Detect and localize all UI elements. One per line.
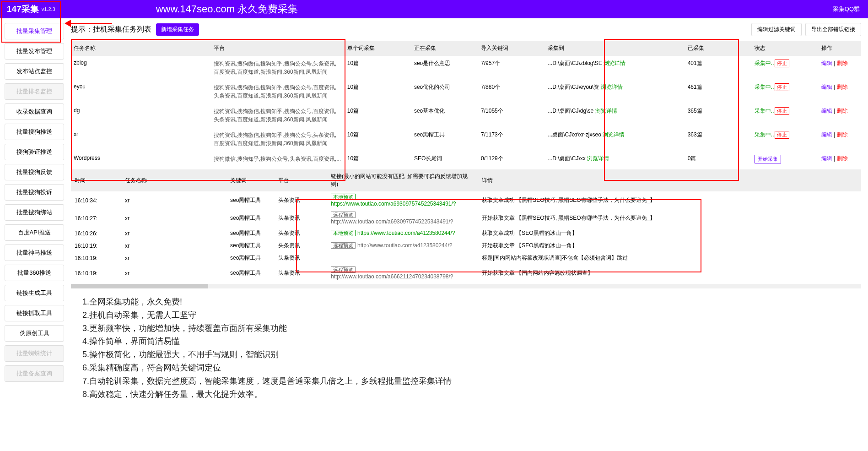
sidebar-item[interactable]: 链接生成工具 [5, 285, 64, 301]
cell-name: eyou [71, 80, 211, 103]
sidebar-item[interactable]: 批量神马推送 [5, 245, 64, 261]
cell-collected: 363篇 [685, 127, 752, 151]
status-running: 采集中.. [755, 84, 774, 90]
log-keyword: seo黑帽工具 [226, 264, 275, 282]
edit-link[interactable]: 编辑 [821, 155, 832, 162]
cell-dest: ...D:\桌面\CJ\xx 浏览详情 [545, 151, 685, 167]
sidebar-item[interactable]: 批量搜狗绑站 [5, 204, 64, 221]
log-url[interactable]: https://www.toutiao.com/a4123580244/? [357, 230, 455, 236]
cell-collected: 461篇 [685, 80, 752, 103]
stop-button[interactable]: 停止 [775, 131, 789, 139]
log-detail: 开始获取文章 【SEO黑帽的冰山一角】 [478, 239, 861, 252]
log-detail: 获取文章成功 【黑帽SEO技巧, 黑帽SEO有哪些手法，为什么要避免_】 [478, 191, 861, 209]
sidebar-item[interactable]: 批量采集管理 [5, 23, 64, 39]
sidebar-item[interactable]: 收录数据查询 [5, 103, 64, 120]
cell-platform: 搜狗资讯,搜狗微信,搜狗知乎,搜狗公众号,头条资讯,百度资讯,百度知道,新浪新闻… [211, 56, 345, 80]
log-detail: 开始获取文章 【黑帽SEO技巧, 黑帽SEO有哪些手法，为什么要避免_】 [478, 209, 861, 227]
app-logo: 147采集 [7, 3, 39, 15]
log-scrollbar[interactable] [71, 284, 861, 288]
cell-action: 编辑 | 删除 [819, 151, 861, 167]
delete-link[interactable]: 删除 [837, 131, 848, 138]
new-task-button[interactable]: 新增采集任务 [156, 23, 199, 36]
log-task: xr [121, 191, 226, 209]
start-button[interactable]: 开始采集 [755, 155, 781, 163]
log-url[interactable]: http://www.toutiao.com/a6662112470234038… [331, 273, 453, 280]
sidebar-item[interactable]: 百度API推送 [5, 224, 64, 241]
log-platform: 头条资讯 [275, 227, 327, 239]
log-link: 远程预览http://www.toutiao.com/a4123580244/? [327, 239, 478, 252]
log-time: 16:10:19: [71, 252, 121, 264]
main-content: 提示：挂机采集任务列表 新增采集任务 编辑过滤关键词 导出全部错误链接 任务名称… [69, 18, 868, 405]
edit-link[interactable]: 编辑 [821, 108, 832, 114]
cell-platform: 搜狗资讯,搜狗微信,搜狗知乎,搜狗公众号,头条资讯,百度资讯,百度知道,新浪新闻… [211, 127, 345, 151]
status-running: 采集中.. [755, 108, 774, 114]
cell-current: seo优化的公司 [411, 80, 478, 103]
edit-link[interactable]: 编辑 [821, 84, 832, 90]
delete-link[interactable]: 删除 [837, 155, 848, 162]
sidebar-item[interactable]: 伪原创工具 [5, 325, 64, 342]
cell-import: 0/1129个 [478, 151, 545, 167]
cell-platform: 搜狗资讯,搜狗微信,搜狗知乎,搜狗公众号,百度资讯,头条资讯,百度知道,新浪新闻… [211, 103, 345, 127]
sidebar-item[interactable]: 搜狗验证推送 [5, 144, 64, 160]
browse-link[interactable]: 浏览详情 [604, 60, 625, 66]
app-header: 147采集 v1.2.3 www.147seo.com 永久免费采集 采集QQ群 [0, 0, 868, 18]
cell-status: 开始采集 [752, 151, 819, 167]
filter-keywords-button[interactable]: 编辑过滤关键词 [751, 23, 802, 36]
cell-import: 7/880个 [478, 80, 545, 103]
log-time: 16:10:19: [71, 239, 121, 252]
task-row: zblog搜狗资讯,搜狗微信,搜狗知乎,搜狗公众号,头条资讯,百度资讯,百度知道… [71, 56, 861, 80]
log-task: xr [121, 227, 226, 239]
browse-link[interactable]: 浏览详情 [595, 108, 617, 114]
cell-name: dg [71, 103, 211, 127]
log-row: 16:10:34:xrseo黑帽工具头条资讯本地预览https://www.to… [71, 191, 861, 209]
delete-link[interactable]: 删除 [837, 84, 848, 90]
stop-button[interactable]: 停止 [775, 60, 789, 67]
cell-import: 7/1173个 [478, 127, 545, 151]
sidebar-item[interactable]: 链接抓取工具 [5, 305, 64, 321]
log-platform: 头条资讯 [275, 239, 327, 252]
browse-link[interactable]: 浏览详情 [587, 155, 609, 162]
log-time: 16:10:19: [71, 264, 121, 282]
log-task: xr [121, 239, 226, 252]
edit-link[interactable]: 编辑 [821, 60, 832, 66]
log-task: xr [121, 209, 226, 227]
browse-link[interactable]: 浏览详情 [601, 84, 623, 90]
log-detail: 标题[国内网站内容篡改现状调查]不包含【必须包含词】跳过 [478, 252, 861, 264]
log-url[interactable]: http://www.toutiao.com/a4123580244/? [357, 242, 452, 249]
log-time: 16:10:26: [71, 227, 121, 239]
stop-button[interactable]: 停止 [775, 83, 789, 91]
lcol-link: 链接(最小的网站可能没有匹配, 如需要可群内反馈增加规则) [327, 169, 478, 191]
log-url[interactable]: http://www.toutiao.com/a6930975745225343… [331, 218, 453, 225]
browse-link[interactable]: 浏览详情 [603, 131, 625, 138]
delete-link[interactable]: 删除 [837, 60, 848, 66]
sidebar-item[interactable]: 批量搜狗反馈 [5, 164, 64, 180]
cell-status: 采集中..停止 [752, 56, 819, 80]
cell-action: 编辑 | 删除 [819, 80, 861, 103]
sidebar-item[interactable]: 批量360推送 [5, 265, 64, 281]
cell-action: 编辑 | 删除 [819, 56, 861, 80]
sidebar-item[interactable]: 批量搜狗投诉 [5, 184, 64, 201]
log-link: 本地预览https://www.toutiao.com/a69309757452… [327, 191, 478, 209]
tag-remote: 远程预览 [331, 266, 356, 273]
col-import: 导入关键词 [478, 41, 545, 56]
sidebar-item[interactable]: 批量搜狗推送 [5, 124, 64, 140]
sidebar-item: 批量备案查询 [5, 365, 64, 382]
cell-name: xr [71, 127, 211, 151]
log-keyword: seo黑帽工具 [226, 252, 275, 264]
export-errors-button[interactable]: 导出全部错误链接 [805, 23, 861, 36]
log-time: 16:10:27: [71, 209, 121, 227]
log-row: 16:10:19:xrseo黑帽工具头条资讯标题[国内网站内容篡改现状调查]不包… [71, 252, 861, 264]
stop-button[interactable]: 停止 [775, 107, 789, 115]
qq-group-link[interactable]: 采集QQ群 [833, 5, 860, 13]
delete-link[interactable]: 删除 [837, 108, 848, 114]
sidebar-item[interactable]: 发布站点监控 [5, 63, 64, 80]
sidebar-item[interactable]: 批量发布管理 [5, 43, 64, 60]
cell-current: seo是什么意思 [411, 56, 478, 80]
feature-item: 1.全网采集功能，永久免费! [82, 295, 861, 309]
log-url[interactable]: https://www.toutiao.com/a693097574522534… [331, 201, 456, 207]
task-row: Wordpress搜狗微信,搜狗知乎,搜狗公众号,头条资讯,百度资讯,...10… [71, 151, 861, 167]
log-link: 本地预览https://www.toutiao.com/a4123580244/… [327, 227, 478, 239]
col-single: 单个词采集 [345, 41, 411, 56]
edit-link[interactable]: 编辑 [821, 131, 832, 138]
cell-current: seo黑帽工具 [411, 127, 478, 151]
